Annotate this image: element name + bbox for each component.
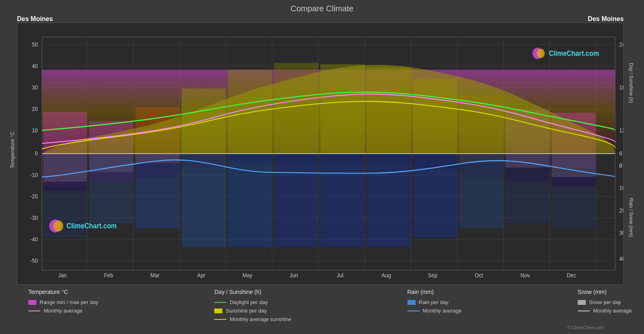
svg-text:Jun: Jun bbox=[289, 272, 298, 279]
rain-swatch bbox=[408, 300, 416, 305]
svg-rect-74 bbox=[228, 154, 272, 247]
svg-text:18: 18 bbox=[619, 84, 623, 91]
svg-text:0: 0 bbox=[35, 150, 38, 157]
svg-text:Sep: Sep bbox=[428, 272, 437, 279]
temp-range-label: Range min / max per day bbox=[40, 299, 98, 305]
legend-item-sunshine-swatch: Sunshine per day bbox=[214, 308, 291, 314]
legend-group-title-rain: Rain (mm) bbox=[408, 289, 462, 295]
temp-avg-line bbox=[28, 311, 40, 311]
rain-avg-line bbox=[408, 311, 420, 311]
svg-rect-78 bbox=[413, 154, 457, 238]
svg-rect-82 bbox=[43, 154, 87, 182]
snow-swatch-label: Snow per day bbox=[589, 299, 621, 305]
svg-text:20: 20 bbox=[619, 207, 623, 214]
right-axis-rain-label: Rain / Snow (mm) bbox=[628, 198, 634, 237]
copyright: © ClimeChart.com bbox=[8, 325, 636, 330]
page-title: Compare Climate bbox=[8, 4, 636, 13]
svg-text:10: 10 bbox=[32, 127, 38, 134]
svg-text:Feb: Feb bbox=[104, 272, 114, 279]
legend-item-rain-swatch: Rain per day bbox=[408, 299, 462, 305]
legend-group-title-temperature: Temperature °C bbox=[28, 289, 98, 295]
rain-swatch-label: Rain per day bbox=[419, 299, 449, 305]
svg-text:10: 10 bbox=[619, 185, 623, 191]
svg-text:Apr: Apr bbox=[197, 272, 206, 279]
svg-text:30: 30 bbox=[619, 229, 623, 236]
sunshine-avg-label: Monthly average sunshine bbox=[230, 316, 291, 322]
legend-group-sunshine: Day / Sunshine (h) Daylight per day Suns… bbox=[214, 289, 291, 322]
svg-text:40: 40 bbox=[619, 255, 623, 262]
city-label-left: Des Moines bbox=[17, 15, 53, 23]
temp-avg-label: Monthly average bbox=[44, 308, 82, 314]
temp-range-swatch bbox=[28, 300, 36, 305]
legend-item-temp-range: Range min / max per day bbox=[28, 299, 98, 305]
daylight-label: Daylight per day bbox=[230, 299, 268, 305]
svg-text:Dec: Dec bbox=[567, 272, 576, 279]
legend-item-temp-avg: Monthly average bbox=[28, 308, 98, 314]
chart-svg: 50 40 30 20 10 0 -10 -20 -30 -40 -50 24 … bbox=[17, 23, 623, 284]
legend-group-title-sunshine: Day / Sunshine (h) bbox=[214, 289, 291, 295]
svg-text:24: 24 bbox=[619, 41, 623, 48]
svg-rect-86 bbox=[552, 154, 596, 177]
svg-text:-50: -50 bbox=[30, 257, 38, 264]
rain-avg-label: Monthly average bbox=[423, 308, 462, 314]
svg-text:-40: -40 bbox=[30, 236, 38, 243]
legend-item-daylight: Daylight per day bbox=[214, 299, 291, 305]
svg-text:Oct: Oct bbox=[475, 272, 483, 279]
svg-text:Jan: Jan bbox=[58, 272, 67, 279]
sunshine-avg-line bbox=[214, 319, 226, 320]
svg-text:Mar: Mar bbox=[150, 272, 160, 279]
right-axis-sunshine-label: Day / Sunshine (h) bbox=[628, 63, 634, 103]
snow-avg-line bbox=[578, 311, 590, 311]
left-axis-label: Temperature °C bbox=[8, 15, 16, 285]
chart-wrapper: 50 40 30 20 10 0 -10 -20 -30 -40 -50 24 … bbox=[17, 23, 624, 285]
chart-main: Des Moines Des Moines bbox=[17, 15, 624, 285]
svg-text:30: 30 bbox=[32, 84, 38, 91]
sunshine-swatch bbox=[214, 308, 222, 313]
legend-item-snow-swatch: Snow per day bbox=[578, 299, 632, 305]
svg-text:ClimeChart.com: ClimeChart.com bbox=[549, 49, 599, 57]
legend-item-rain-avg: Monthly average bbox=[408, 308, 462, 314]
legend-group-rain: Rain (mm) Rain per day Monthly average bbox=[408, 289, 462, 322]
svg-text:-10: -10 bbox=[30, 171, 38, 178]
legend-item-sunshine-avg: Monthly average sunshine bbox=[214, 316, 291, 322]
chart-top-labels: Des Moines Des Moines bbox=[17, 15, 624, 23]
svg-point-104 bbox=[53, 220, 63, 232]
svg-rect-77 bbox=[367, 154, 411, 247]
snow-avg-label: Monthly average bbox=[593, 308, 632, 314]
svg-text:Nov: Nov bbox=[520, 272, 530, 279]
svg-rect-84 bbox=[135, 154, 179, 163]
snow-swatch bbox=[578, 300, 586, 305]
svg-text:40: 40 bbox=[32, 62, 38, 69]
legend-group-title-snow: Snow (mm) bbox=[578, 289, 632, 295]
svg-rect-76 bbox=[321, 154, 365, 247]
svg-point-107 bbox=[536, 49, 545, 58]
svg-text:ClimeChart.com: ClimeChart.com bbox=[67, 221, 117, 230]
svg-text:May: May bbox=[243, 272, 253, 279]
svg-text:6: 6 bbox=[619, 150, 622, 157]
svg-text:Aug: Aug bbox=[382, 272, 391, 279]
svg-rect-75 bbox=[274, 154, 318, 247]
legend-area: Temperature °C Range min / max per day M… bbox=[8, 285, 636, 324]
daylight-line bbox=[214, 302, 226, 303]
page-container: Compare Climate Temperature °C Des Moine… bbox=[0, 0, 644, 334]
svg-text:-30: -30 bbox=[30, 214, 38, 221]
chart-area: Temperature °C Des Moines Des Moines bbox=[8, 15, 636, 285]
svg-rect-79 bbox=[459, 154, 503, 228]
legend-item-snow-avg: Monthly average bbox=[578, 308, 632, 314]
svg-text:12: 12 bbox=[619, 127, 623, 134]
svg-text:50: 50 bbox=[32, 41, 38, 48]
city-label-right: Des Moines bbox=[588, 15, 624, 23]
svg-text:20: 20 bbox=[32, 105, 38, 112]
svg-text:-20: -20 bbox=[30, 193, 38, 200]
svg-rect-72 bbox=[135, 154, 179, 228]
sunshine-swatch-label: Sunshine per day bbox=[226, 308, 266, 314]
svg-text:Jul: Jul bbox=[337, 272, 344, 279]
legend-group-snow: Snow (mm) Snow per day Monthly average bbox=[578, 289, 632, 322]
svg-text:0: 0 bbox=[619, 162, 622, 169]
legend-group-temperature: Temperature °C Range min / max per day M… bbox=[28, 289, 98, 322]
svg-rect-73 bbox=[182, 154, 226, 247]
